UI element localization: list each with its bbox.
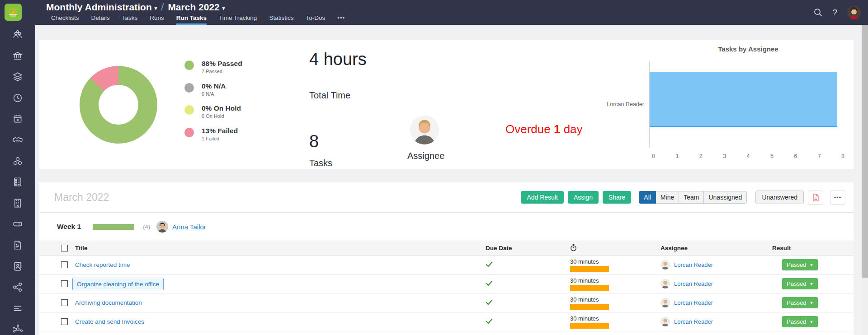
vertical-scrollbar[interactable]: [862, 25, 868, 335]
pdf-file-icon: [812, 194, 819, 201]
bar-plot-area: [649, 61, 837, 148]
run-month-title: March 2022: [54, 191, 521, 204]
total-time-label: Total Time: [309, 90, 350, 101]
filter-all-button[interactable]: All: [639, 191, 656, 204]
result-dropdown[interactable]: Passed▼: [782, 297, 818, 308]
filter-unassigned-button[interactable]: Unassigned: [704, 191, 747, 204]
tick-0: 0: [652, 153, 655, 159]
legend-na-count: 0 N/A: [202, 91, 226, 97]
user-avatar[interactable]: [847, 6, 861, 19]
bar-category-label: Lorcan Reader: [599, 61, 649, 148]
top-bar: Monthly Administration ▾ / March 2022 ▾ …: [0, 0, 868, 25]
chevron-down-icon: ▾: [222, 5, 225, 11]
legend-failed-pct: 13% Failed: [202, 127, 238, 135]
assign-button[interactable]: Assign: [568, 191, 599, 204]
row-assignee-avatar: [660, 279, 670, 288]
row-checkbox[interactable]: [61, 318, 68, 325]
tick-6: 6: [794, 153, 797, 159]
row-assignee-link[interactable]: Lorcan Reader: [674, 280, 713, 287]
lines-icon[interactable]: [12, 303, 23, 314]
week-group-row: Week 1 (4) Anna Tailor: [39, 213, 854, 241]
col-header-due-date: Due Date: [479, 245, 570, 251]
row-assignee-link[interactable]: Lorcan Reader: [674, 299, 713, 306]
clock-icon[interactable]: [12, 93, 23, 103]
overdue-text: Overdue: [505, 122, 554, 136]
row-checkbox[interactable]: [61, 261, 68, 268]
tasks-count-value: 8: [309, 132, 319, 151]
row-assignee-avatar: [660, 260, 670, 270]
bank-icon[interactable]: [12, 51, 23, 61]
table-row: Create and send Invoices 30 minutes Lorc…: [39, 312, 854, 331]
layers-icon[interactable]: [12, 71, 23, 82]
legend-failed-count: 1 Failed: [202, 136, 238, 141]
chevron-down-icon: ▼: [809, 263, 813, 267]
search-icon[interactable]: [814, 8, 822, 17]
users-icon[interactable]: [12, 29, 23, 40]
time-progress-bar: [570, 323, 609, 329]
scrollbar-thumb[interactable]: [862, 25, 868, 278]
tab-time-tracking[interactable]: Time Tracking: [219, 13, 257, 25]
drive-icon[interactable]: [12, 219, 23, 229]
breadcrumb-separator: /: [161, 1, 164, 13]
run-summary-card: 88% Passed 7 Passed 0% N/A 0 N/A 0% On H…: [39, 40, 854, 169]
row-assignee-link[interactable]: Lorcan Reader: [674, 318, 713, 325]
tab-details[interactable]: Details: [91, 13, 110, 25]
time-progress-bar: [570, 285, 609, 291]
task-title-link[interactable]: Archiving documentation: [75, 299, 142, 306]
na-dot: [184, 83, 194, 93]
checklist-title-dropdown[interactable]: Monthly Administration: [46, 2, 152, 13]
tab-run-tasks[interactable]: Run Tasks: [176, 13, 207, 25]
tab-checklists[interactable]: Checklists: [51, 13, 79, 25]
row-assignee-link[interactable]: Lorcan Reader: [674, 261, 713, 268]
filter-mine-button[interactable]: Mine: [656, 191, 679, 204]
col-header-time: [570, 244, 660, 253]
legend-na-pct: 0% N/A: [202, 82, 226, 90]
row-assignee-avatar: [660, 298, 670, 307]
task-title-link[interactable]: Check reported time: [75, 261, 130, 268]
select-all-checkbox[interactable]: [61, 245, 68, 251]
time-estimate: 30 minutes: [570, 296, 660, 303]
help-icon[interactable]: ?: [832, 8, 837, 18]
table-row: Check reported time 30 minutes Lorcan Re…: [39, 256, 854, 275]
cubes-icon[interactable]: [12, 156, 23, 167]
file-report-icon[interactable]: [12, 240, 23, 251]
checklist-icon[interactable]: [12, 177, 23, 187]
due-date-check-icon: [486, 299, 493, 305]
contacts-icon[interactable]: [12, 261, 23, 272]
tab-statistics[interactable]: Statistics: [269, 13, 293, 25]
filter-team-button[interactable]: Team: [679, 191, 704, 204]
share-button[interactable]: Share: [603, 191, 631, 204]
overdue-days-number: 1: [554, 122, 560, 136]
selected-task-outline: Organize cleaning of the office: [72, 278, 164, 290]
tab-tasks[interactable]: Tasks: [122, 13, 138, 25]
pdf-export-button[interactable]: [808, 191, 823, 205]
calendar-x-icon[interactable]: [12, 113, 23, 124]
add-result-button[interactable]: Add Result: [521, 191, 563, 204]
donut-legend: 88% Passed 7 Passed 0% N/A 0 N/A 0% On H…: [184, 60, 242, 149]
network-icon[interactable]: [12, 324, 23, 335]
assignment-filter-group: All Mine Team Unassigned: [639, 191, 747, 204]
building-icon[interactable]: [12, 198, 23, 209]
unanswered-filter-button[interactable]: Unanswered: [755, 191, 804, 204]
result-dropdown[interactable]: Passed▼: [782, 278, 818, 289]
assignee-avatar: [410, 116, 439, 144]
row-checkbox[interactable]: [61, 280, 68, 287]
row-checkbox[interactable]: [61, 299, 68, 306]
handshake-icon[interactable]: [12, 135, 23, 145]
legend-item-na: 0% N/A 0 N/A: [184, 82, 242, 105]
results-donut-chart: [80, 66, 157, 144]
share-icon[interactable]: [12, 282, 23, 293]
tab-runs[interactable]: Runs: [150, 13, 164, 25]
tabs-overflow-button[interactable]: •••: [337, 13, 345, 25]
tick-8: 8: [841, 153, 844, 159]
run-title-dropdown[interactable]: March 2022: [168, 2, 219, 13]
overdue-warning: Overdue 1 day: [505, 120, 609, 138]
task-title-link[interactable]: Create and send Invoices: [75, 318, 144, 325]
more-actions-button[interactable]: •••: [830, 191, 845, 205]
app-logo[interactable]: [5, 4, 22, 21]
task-title-link[interactable]: Organize cleaning of the office: [77, 281, 159, 288]
week-assignee-link[interactable]: Anna Tailor: [172, 223, 206, 231]
tab-to-dos[interactable]: To-Dos: [306, 13, 325, 25]
result-dropdown[interactable]: Passed▼: [782, 316, 818, 327]
result-dropdown[interactable]: Passed▼: [782, 259, 818, 270]
